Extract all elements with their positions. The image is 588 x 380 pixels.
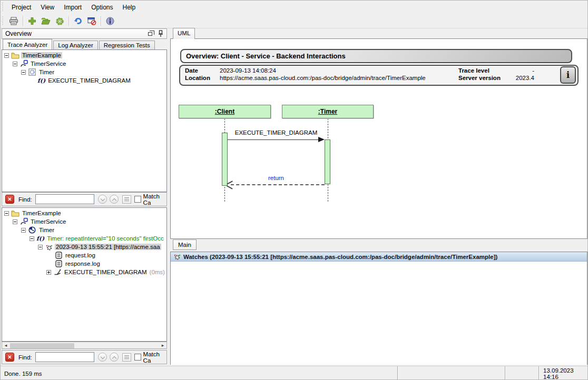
menu-project[interactable]: Project (7, 2, 36, 13)
menu-view[interactable]: View (36, 2, 59, 13)
tab-log-analyzer[interactable]: Log Analyzer (53, 41, 98, 49)
collapse-icon[interactable] (4, 53, 9, 58)
scrollbar-thumb[interactable] (10, 343, 74, 348)
info-detail-button[interactable]: i (560, 66, 576, 84)
tree-node-execute-timer-diagram[interactable]: EXECUTE_TIMER_DIAGRAM (0ms) (2, 268, 166, 276)
tab-trace-analyzer[interactable]: Trace Analyzer (3, 39, 52, 49)
float-panel-button[interactable] (145, 29, 155, 38)
chevron-up-icon (112, 356, 116, 361)
tree-node-label: Timer: repeatInterval="10 seconds" first… (46, 235, 165, 242)
log-file-icon (54, 260, 63, 268)
toolbar (1, 14, 588, 28)
status-clock: 13.09.2023 14:16 (540, 366, 588, 380)
panel-title: Overview (5, 30, 32, 37)
timer-activation-bar (325, 139, 330, 184)
toolbar-separator (23, 16, 23, 26)
service-icon (19, 218, 28, 226)
find-next-button[interactable] (98, 195, 107, 204)
find-previous-button[interactable] (110, 195, 119, 204)
tree-node-response-log[interactable]: response.log (2, 259, 166, 268)
collapse-icon[interactable] (21, 228, 26, 233)
watches-title: Watches (2023-09-13 15:55:21 [https://ac… (183, 254, 497, 260)
pin-panel-button[interactable] (156, 29, 165, 38)
menu-options[interactable]: Options (86, 2, 117, 13)
disable-trace-button[interactable] (85, 15, 98, 27)
tree-node-execute-timer-diagram[interactable]: f() EXECUTE_TIMER_DIAGRAM (2, 76, 166, 85)
chevron-up-icon (112, 198, 116, 203)
chevron-down-icon (100, 355, 104, 359)
expand-icon[interactable] (46, 270, 51, 275)
tree-node-timerservice[interactable]: TimerService (2, 217, 166, 226)
tree-node-timer[interactable]: Timer (2, 226, 166, 234)
menu-bar: Project View Import Options Help (1, 1, 588, 14)
close-find-button[interactable]: ✕ (5, 195, 14, 204)
gear-trace-icon (45, 243, 53, 251)
watches-body (171, 262, 587, 365)
tree-node-label: TimerService (30, 218, 67, 225)
gear-trace-icon (173, 253, 181, 261)
find-previous-button[interactable] (110, 353, 119, 362)
function-icon: f() (37, 77, 45, 84)
tree-node-label: request.log (64, 252, 96, 258)
tree-node-timer[interactable]: Timer (2, 68, 166, 76)
find-options-button[interactable] (122, 195, 131, 204)
settings-button[interactable] (53, 15, 66, 27)
uml-diagram-panel: Overview: Client - Service - Backend Int… (170, 38, 587, 239)
info-button[interactable] (104, 15, 116, 27)
undo-button[interactable] (72, 15, 84, 27)
lifeline-head-timer: :Timer (282, 105, 374, 118)
toolbar-separator (101, 16, 101, 26)
find-next-button[interactable] (98, 353, 107, 362)
status-segment (398, 366, 505, 380)
collapse-icon[interactable] (21, 70, 26, 75)
collapse-icon[interactable] (30, 236, 34, 241)
watches-header[interactable]: Watches (2023-09-13 15:55:21 [https://ac… (171, 252, 587, 262)
match-case-label: Match Ca (143, 351, 166, 364)
collapse-icon[interactable] (4, 211, 9, 216)
status-message: Done. 159 ms (1, 366, 397, 380)
collapse-icon[interactable] (13, 219, 17, 224)
status-segment (506, 366, 538, 380)
find-input[interactable] (35, 352, 94, 362)
find-label: Find: (18, 196, 32, 203)
menu-help[interactable]: Help (118, 2, 141, 13)
return-arrowhead-icon (227, 185, 232, 189)
find-label: Find: (18, 354, 32, 361)
trace-window-icon (87, 17, 96, 25)
tree-node-timerexample[interactable]: TimerExample (2, 51, 166, 59)
tree-node-timerservice[interactable]: TimerService (2, 59, 166, 68)
tree-node-label: TimerService (30, 61, 67, 67)
print-button[interactable] (7, 15, 20, 27)
collapse-icon[interactable] (38, 245, 43, 249)
client-activation-bar (222, 133, 228, 186)
tab-main[interactable]: Main (173, 239, 197, 250)
tree-node-label: TimerExample (21, 52, 62, 58)
chevron-down-icon (100, 197, 104, 201)
find-bar: ✕ Find: Match Ca (2, 350, 167, 364)
tab-uml[interactable]: UML (173, 28, 195, 39)
scroll-right-arrow[interactable]: ▸ (159, 342, 166, 348)
horizontal-scrollbar[interactable]: ◂ ▸ (2, 342, 167, 349)
find-options-button[interactable] (122, 353, 131, 362)
new-project-button[interactable] (26, 15, 38, 27)
open-project-button[interactable] (40, 15, 52, 27)
toolbar-grip (2, 16, 5, 26)
menu-import[interactable]: Import (59, 2, 86, 13)
info-icon (106, 17, 114, 25)
tree-node-request-log[interactable]: request.log (2, 251, 166, 259)
find-input[interactable] (35, 194, 94, 204)
gear-icon (55, 17, 64, 26)
match-case-checkbox[interactable] (134, 196, 141, 203)
find-bar: ✕ Find: Match Ca (2, 192, 167, 206)
tree-node-timer-trigger[interactable]: f() Timer: repeatInterval="10 seconds" f… (2, 234, 166, 243)
undo-icon (73, 17, 83, 25)
collapse-icon[interactable] (13, 62, 17, 66)
server-version-value: 2023.4 (507, 75, 534, 81)
tab-regression-tests[interactable]: Regression Tests (99, 41, 155, 49)
tree-node-trace-timestamp[interactable]: 2023-09-13 15:55:21 [https://acme.saa (2, 243, 166, 251)
tree-node-timerexample[interactable]: TimerExample (2, 209, 166, 217)
match-case-checkbox[interactable] (134, 354, 141, 361)
close-find-button[interactable]: ✕ (5, 353, 14, 362)
scroll-left-arrow[interactable]: ◂ (2, 342, 9, 348)
function-icon: f() (36, 235, 44, 242)
